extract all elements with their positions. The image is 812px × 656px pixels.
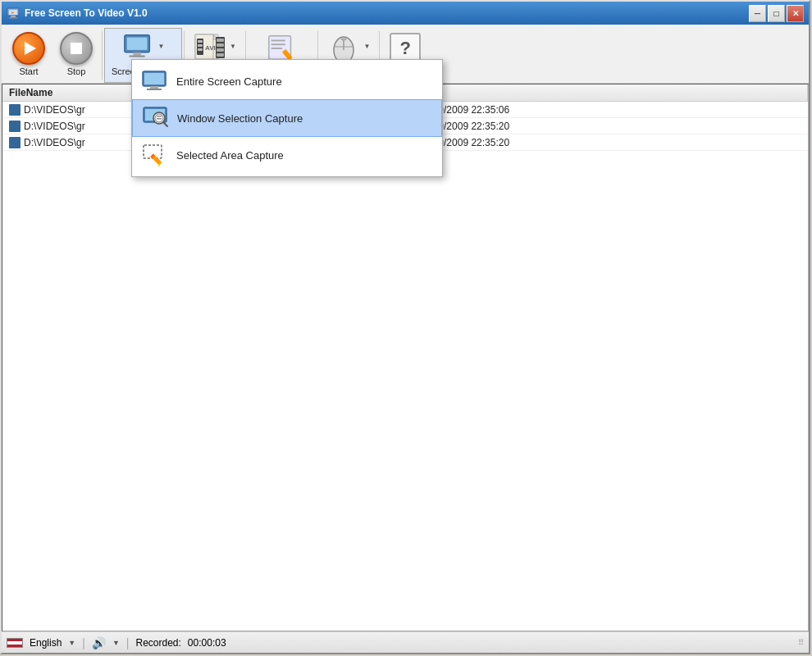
window-selection-capture-label: Window Selection Capture: [177, 112, 303, 125]
svg-rect-14: [198, 44, 203, 47]
svg-rect-24: [271, 43, 285, 45]
minimize-button[interactable]: ─: [749, 5, 766, 22]
language-dropdown-arrow[interactable]: ▼: [68, 639, 75, 647]
stop-button[interactable]: Stop: [52, 28, 100, 83]
status-bar: English ▼ | 🔊 ▼ | Recorded: 00:00:03 ⠿: [2, 631, 809, 653]
cell-date: 02/09/2009 22:35:06: [413, 102, 808, 117]
cell-date: 02/09/2009 22:35:20: [413, 135, 808, 150]
start-button[interactable]: Start: [5, 28, 52, 83]
svg-rect-3: [9, 17, 17, 19]
svg-rect-13: [198, 40, 203, 43]
entire-screen-capture-label: Entire Screen Capture: [176, 75, 282, 88]
svg-line-40: [163, 122, 167, 126]
title-bar: Free Screen To Video V1.0 ─ □ ✕: [2, 2, 809, 25]
cell-date: 02/09/2009 22:35:20: [413, 119, 808, 134]
selected-area-capture-item[interactable]: Selected Area Capture: [132, 137, 442, 173]
svg-rect-34: [150, 86, 158, 89]
separator-2: |: [126, 636, 130, 649]
svg-rect-33: [144, 73, 164, 84]
svg-rect-21: [217, 53, 224, 57]
stop-label: Stop: [67, 66, 86, 76]
svg-rect-19: [217, 43, 224, 47]
entire-screen-capture-item[interactable]: Entire Screen Capture: [132, 63, 442, 99]
svg-text:AVI: AVI: [205, 44, 216, 52]
selected-area-icon: [142, 144, 168, 166]
stop-icon: [60, 32, 93, 65]
svg-rect-18: [217, 39, 224, 42]
volume-dropdown-arrow[interactable]: ▼: [112, 639, 120, 647]
svg-rect-6: [126, 38, 147, 50]
recorded-time: 00:00:03: [188, 637, 226, 649]
window-selection-icon: [143, 107, 169, 130]
svg-rect-25: [271, 48, 281, 49]
svg-rect-15: [198, 48, 203, 51]
window-selection-capture-item[interactable]: Window Selection Capture: [132, 99, 442, 137]
separator-1: |: [82, 636, 85, 649]
recorded-label: Recorded:: [135, 637, 180, 649]
screen-capture-dropdown-arrow[interactable]: ▼: [158, 43, 165, 50]
app-icon: [7, 7, 20, 20]
file-icon: [9, 121, 21, 132]
avi-dropdown-arrow[interactable]: ▼: [230, 43, 236, 50]
window-title: Free Screen To Video V1.0: [25, 7, 148, 19]
language-label: English: [30, 637, 62, 649]
screen-capture-dropdown: Entire Screen Capture Window Selecti: [131, 59, 443, 177]
file-icon: [9, 104, 21, 116]
volume-icon[interactable]: 🔊: [92, 636, 106, 649]
resize-handle[interactable]: ⠿: [798, 638, 804, 647]
table-body: D:\VIDEOS\gr 00:10 1280x1024 02/09/2009 …: [2, 102, 808, 631]
main-window: Free Screen To Video V1.0 ─ □ ✕ Start: [0, 0, 810, 654]
start-label: Start: [19, 66, 38, 76]
svg-rect-7: [133, 52, 141, 56]
selected-area-capture-label: Selected Area Capture: [176, 149, 284, 162]
svg-rect-41: [157, 116, 162, 117]
close-button[interactable]: ✕: [787, 5, 804, 22]
svg-point-30: [341, 37, 346, 40]
mouse-dropdown-arrow[interactable]: ▼: [363, 43, 370, 50]
svg-rect-8: [129, 56, 144, 57]
file-icon: [9, 137, 21, 148]
start-play-icon: [12, 32, 45, 65]
col-date: Date: [413, 84, 808, 101]
svg-rect-35: [147, 89, 162, 90]
svg-rect-20: [217, 48, 224, 52]
maximize-button[interactable]: □: [768, 5, 785, 22]
language-flag-icon: [7, 638, 23, 648]
svg-rect-2: [11, 16, 16, 17]
svg-rect-23: [271, 40, 285, 42]
entire-screen-icon: [142, 71, 168, 92]
svg-rect-42: [157, 118, 162, 120]
